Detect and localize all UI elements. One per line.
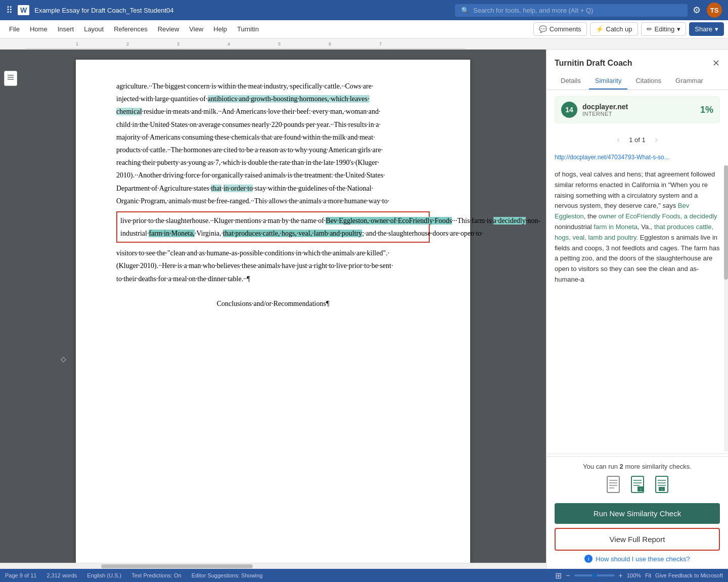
tab-similarity[interactable]: Similarity (589, 73, 628, 89)
doc-paragraph-1: agriculture.··The·biggest·concern·is·wit… (116, 80, 430, 207)
source-text-wrapper[interactable]: of hogs, veal calves and hens; that agre… (547, 165, 728, 452)
zoom-slider[interactable] (574, 574, 615, 576)
how-to-link[interactable]: i How should I use these checks? (555, 555, 720, 563)
main-area: ◇ agriculture.··The·biggest·concern·is·w… (0, 50, 728, 569)
scroll-track[interactable] (724, 165, 728, 452)
source-url-link[interactable]: http://docplayer.net/47034793-What-s-so.… (555, 154, 669, 161)
prev-page-button[interactable]: ‹ (614, 133, 623, 146)
document-page: ◇ agriculture.··The·biggest·concern·is·w… (76, 60, 470, 563)
svg-text:1: 1 (76, 41, 78, 47)
check-icons: ↑ ↑ (555, 475, 720, 497)
doc-paragraph-2: live·prior·to·the·slaughterhouse.··Kluge… (120, 214, 426, 240)
check-icon-1 (605, 475, 621, 497)
settings-icon[interactable]: ⚙ (693, 5, 701, 16)
run-similarity-check-button[interactable]: Run New Similarity Check (555, 503, 720, 524)
source-percent: 1% (700, 105, 713, 115)
svg-rect-8 (8, 75, 14, 76)
status-language: English (U.S.) (87, 572, 121, 578)
title-bar: ⠿ W Example Essay for Draft Coach_Test S… (0, 0, 728, 20)
panel-header: Turnitin Draft Coach ✕ (547, 50, 728, 69)
panel-divider (547, 454, 728, 454)
status-words: 2,312 words (47, 572, 77, 578)
source-info: docplayer.net INTERNET (582, 103, 695, 117)
page-info: 1 of 1 (629, 136, 646, 144)
search-icon: 🔍 (461, 7, 469, 14)
source-type: INTERNET (582, 111, 695, 117)
check-icon-3: ↑ (654, 475, 670, 497)
search-bar[interactable]: 🔍 Search for tools, help, and more (Alt … (455, 4, 688, 17)
doc-paragraph-conclusions: Conclusions·and/or·Recommendations¶ (116, 297, 430, 310)
word-icon: W (18, 5, 29, 15)
source-domain: docplayer.net (582, 103, 695, 111)
menu-file[interactable]: File (4, 22, 25, 36)
info-icon: i (584, 555, 593, 563)
status-right: ⊞ − + 100% Fit Give Feedback to Microsof… (555, 571, 723, 580)
svg-text:5: 5 (278, 41, 281, 47)
catchup-icon: ⚡ (596, 25, 604, 33)
source-excerpt: of hogs, veal calves and hens; that agre… (547, 165, 728, 452)
document-scroll[interactable]: ◇ agriculture.··The·biggest·concern·is·w… (0, 50, 546, 563)
status-bar: Page 9 of 11 2,312 words English (U.S.) … (0, 569, 728, 582)
zoom-percent: 100% (627, 572, 641, 578)
view-full-report-button[interactable]: View Full Report (555, 528, 720, 551)
menu-home[interactable]: Home (25, 22, 53, 36)
waffle-icon[interactable]: ⠿ (6, 5, 13, 16)
ruler: 1 2 3 4 5 6 7 (0, 38, 728, 50)
comment-icon: 💬 (539, 25, 547, 33)
menu-view[interactable]: View (184, 22, 208, 36)
avatar[interactable]: TS (707, 3, 722, 18)
catchup-button[interactable]: ⚡ Catch up (590, 22, 638, 36)
feedback-link[interactable]: Give Feedback to Microsoft (655, 572, 723, 578)
margin-marker: ◇ (61, 353, 66, 366)
panel-close-button[interactable]: ✕ (712, 58, 720, 69)
panel-bottom: You can run 2 more similarity checks. (547, 456, 728, 569)
turnitin-panel: Turnitin Draft Coach ✕ Details Similarit… (546, 50, 728, 569)
share-button[interactable]: Share ▾ (689, 22, 724, 36)
svg-text:4: 4 (228, 41, 230, 47)
menu-bar-actions: 💬 Comments ⚡ Catch up ✏ Editing ▾ Share … (533, 22, 724, 36)
svg-text:2: 2 (126, 41, 129, 47)
svg-text:3: 3 (177, 41, 179, 47)
svg-text:6: 6 (329, 41, 331, 47)
sidebar-toggle[interactable] (4, 71, 17, 86)
svg-text:↑: ↑ (640, 487, 642, 492)
zoom-in-icon[interactable]: + (619, 571, 623, 579)
menu-help[interactable]: Help (208, 22, 232, 36)
page-view-icon[interactable]: ⊞ (555, 571, 562, 580)
source-number: 14 (561, 102, 577, 118)
comments-button[interactable]: 💬 Comments (533, 22, 587, 36)
chevron-down-icon: ▾ (677, 25, 680, 33)
zoom-fit: Fit (645, 572, 651, 578)
title-bar-right: ⚙ TS (693, 3, 722, 18)
horizontal-scrollbar[interactable] (0, 563, 546, 569)
zoom-out-icon[interactable]: − (566, 571, 570, 579)
menu-turnitin[interactable]: Turnitin (232, 22, 264, 36)
menu-bar: File Home Insert Layout References Revie… (0, 20, 728, 38)
svg-text:↑: ↑ (661, 487, 663, 492)
svg-rect-11 (607, 476, 619, 493)
menu-insert[interactable]: Insert (53, 22, 79, 36)
menu-layout[interactable]: Layout (79, 22, 109, 36)
highlighted-selection: live·prior·to·the·slaughterhouse.··Kluge… (116, 211, 430, 243)
editing-button[interactable]: ✏ Editing ▾ (641, 22, 687, 36)
checks-count: 2 (620, 463, 623, 470)
edit-icon: ✏ (647, 25, 652, 33)
svg-rect-10 (8, 79, 14, 80)
svg-rect-9 (8, 77, 14, 78)
doc-paragraph-3: visitors·to·see·the·"clean·and·as·humane… (116, 247, 430, 285)
tab-citations[interactable]: Citations (629, 73, 667, 89)
status-page: Page 9 of 11 (5, 572, 36, 578)
source-card: 14 docplayer.net INTERNET 1% (555, 96, 720, 123)
search-placeholder: Search for tools, help, and more (Alt + … (473, 7, 593, 14)
panel-title: Turnitin Draft Coach (555, 59, 632, 68)
menu-references[interactable]: References (109, 22, 152, 36)
check-icon-2: ↑ (629, 475, 646, 497)
next-page-button[interactable]: › (652, 133, 661, 146)
panel-tabs: Details Similarity Citations Grammar (547, 69, 728, 90)
tab-details[interactable]: Details (555, 73, 587, 89)
document-filename: Example Essay for Draft Coach_Test Stude… (34, 7, 450, 14)
status-editor-suggestions: Editor Suggestions: Showing (192, 572, 263, 578)
menu-review[interactable]: Review (153, 22, 185, 36)
tab-grammar[interactable]: Grammar (669, 73, 709, 89)
pagination: ‹ 1 of 1 › (547, 129, 728, 150)
